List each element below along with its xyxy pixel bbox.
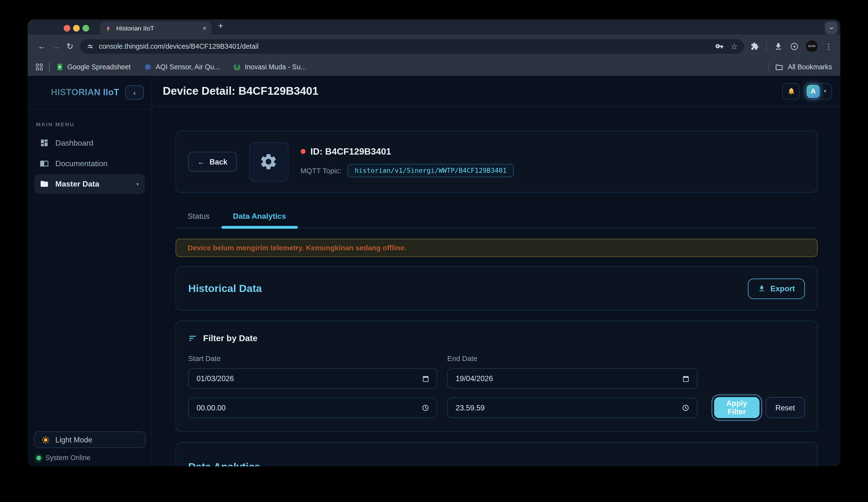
inovasi-favicon	[233, 63, 241, 71]
bookmarks-divider	[768, 62, 769, 71]
bookmark-label: Google Spreadsheet	[67, 63, 131, 71]
sidebar-item-master-data[interactable]: Master Data ▼	[34, 174, 145, 194]
folder-icon	[40, 180, 49, 188]
light-mode-toggle[interactable]: Light Mode	[34, 431, 146, 448]
back-button-label: Back	[209, 157, 227, 166]
start-time-value: 00.00.00	[196, 404, 226, 412]
bookmark-star-icon[interactable]: ☆	[731, 42, 738, 50]
new-tab-button[interactable]: +	[218, 21, 223, 31]
password-key-icon[interactable]	[715, 42, 723, 50]
sidebar-collapse-button[interactable]: ‹	[125, 85, 144, 100]
app-root: HISTORIAN IIoT ‹ MAIN MENU Dashboard	[28, 76, 840, 466]
all-bookmarks[interactable]: All Bookmarks	[762, 62, 832, 71]
device-summary-card: ← Back ID: B4CF129B3401	[176, 131, 818, 193]
filter-actions: Apply Filter Reset	[707, 355, 805, 418]
bookmark-google-spreadsheet[interactable]: Google Spreadsheet	[56, 63, 131, 71]
apps-grid-icon[interactable]	[36, 64, 43, 70]
device-info: ID: B4CF129B3401 MQTT Topic: historian/v…	[301, 146, 514, 177]
sidebar-footer: Light Mode System Online	[28, 431, 152, 467]
back-nav-icon[interactable]: ←	[38, 42, 46, 50]
light-mode-label: Light Mode	[55, 436, 93, 444]
apply-filter-button[interactable]: Apply Filter	[714, 397, 760, 418]
brand-logo-text: HISTORIAN IIoT	[51, 88, 119, 98]
sidebar-item-documentation[interactable]: Documentation	[34, 153, 145, 173]
menu-section-label: MAIN MENU	[36, 121, 145, 127]
notifications-button[interactable]	[782, 83, 800, 100]
tab-close-icon[interactable]: ×	[203, 25, 207, 31]
end-date-label: End Date	[447, 355, 698, 363]
fullscreen-window-button[interactable]	[83, 25, 89, 31]
performance-leaf-icon[interactable]	[790, 42, 799, 51]
start-date-input[interactable]: 01/03/2026	[188, 368, 437, 389]
offline-status-dot	[301, 149, 306, 154]
all-bookmarks-label: All Bookmarks	[788, 63, 832, 71]
caret-down-icon: ▼	[823, 89, 827, 93]
start-time-input[interactable]: 00.00.00	[188, 398, 437, 418]
spreadsheet-favicon	[56, 63, 63, 71]
tab-title: Historian IIoT	[116, 25, 199, 31]
sidebar-item-label: Master Data	[55, 180, 99, 188]
filter-header: Filter by Date	[188, 334, 805, 343]
site-settings-tune-icon[interactable]	[86, 42, 94, 50]
toolbar-divider	[766, 41, 766, 51]
downloads-icon[interactable]	[774, 42, 783, 51]
mqtt-topic-value[interactable]: historian/v1/Sinergi/WWTP/B4CF129B3401	[348, 164, 514, 177]
detail-tabs: Status Data Analytics	[176, 207, 818, 228]
end-column: End Date 19/04/2026 23.59.59	[447, 355, 698, 418]
calendar-icon[interactable]	[422, 375, 429, 382]
export-button-label: Export	[771, 284, 795, 293]
browser-toolbar: ← → ↻ console.thingsid.com/devices/B4CF1…	[28, 34, 840, 58]
forward-nav-icon[interactable]: →	[52, 42, 60, 50]
desktop: Historian IIoT × + ← → ↻	[0, 0, 868, 502]
end-time-input[interactable]: 23.59.59	[447, 398, 698, 418]
device-settings-tile[interactable]	[249, 142, 288, 181]
reset-button[interactable]: Reset	[766, 397, 805, 418]
address-bar[interactable]: console.thingsid.com/devices/B4CF129B340…	[80, 39, 744, 53]
system-status-label: System Online	[45, 454, 90, 462]
clock-icon[interactable]	[682, 404, 689, 412]
back-button[interactable]: ← Back	[188, 152, 237, 172]
tab-search-button[interactable]	[825, 22, 838, 34]
sidebar: HISTORIAN IIoT ‹ MAIN MENU Dashboard	[28, 76, 152, 466]
historical-data-card: Historical Data Export	[176, 266, 818, 310]
end-date-value: 19/04/2026	[456, 374, 493, 382]
user-menu-button[interactable]: A ▼	[804, 83, 832, 100]
bookmarks-divider	[49, 62, 49, 71]
dashboard-grid-icon	[40, 139, 49, 147]
clock-icon[interactable]	[422, 404, 429, 412]
browser-window: Historian IIoT × + ← → ↻	[28, 19, 840, 467]
historical-data-title: Historical Data	[188, 283, 262, 295]
chevron-down-icon	[828, 25, 834, 31]
close-window-button[interactable]	[64, 25, 70, 31]
sidebar-brand-row: HISTORIAN IIoT ‹	[28, 76, 152, 110]
mqtt-topic-row: MQTT Topic: historian/v1/Sinergi/WWTP/B4…	[301, 164, 514, 177]
tab-status[interactable]: Status	[188, 207, 210, 228]
export-button[interactable]: Export	[748, 278, 805, 299]
browser-tab[interactable]: Historian IIoT ×	[100, 22, 211, 34]
bookmark-aqi-sensor[interactable]: AQI Sensor, Air Qu...	[144, 63, 220, 71]
browser-menu-icon[interactable]: ⋮	[825, 42, 833, 51]
filter-by-date-card: Filter by Date Start Date 01/03/2026	[176, 320, 818, 432]
main-area: Device Detail: B4CF129B3401 A	[152, 76, 840, 466]
calendar-icon[interactable]	[682, 375, 689, 382]
browser-profile-avatar[interactable]: SENA	[806, 40, 818, 52]
url-text[interactable]: console.thingsid.com/devices/B4CF129B340…	[99, 42, 715, 50]
minimize-window-button[interactable]	[73, 25, 80, 31]
sun-icon	[41, 436, 50, 444]
end-time-value: 23.59.59	[456, 404, 485, 412]
folder-icon	[775, 63, 783, 71]
reload-icon[interactable]: ↻	[66, 42, 73, 50]
bookmarks-bar: Google Spreadsheet AQI Sensor, Air Qu...…	[28, 58, 840, 76]
tab-strip: Historian IIoT × +	[28, 19, 840, 34]
filter-grid: Start Date 01/03/2026 00.00.00	[188, 355, 805, 418]
extensions-puzzle-icon[interactable]	[750, 42, 758, 50]
end-date-input[interactable]: 19/04/2026	[447, 368, 698, 389]
download-icon	[757, 285, 765, 293]
bookmark-inovasi-muda[interactable]: Inovasi Muda - Su...	[233, 63, 306, 71]
mqtt-topic-label: MQTT Topic:	[301, 166, 341, 175]
sidebar-item-dashboard[interactable]: Dashboard	[34, 133, 145, 153]
back-arrow-icon: ←	[198, 157, 205, 166]
page-content: ← Back ID: B4CF129B3401	[152, 107, 840, 466]
tab-data-analytics[interactable]: Data Analytics	[233, 207, 286, 228]
sidebar-item-label: Documentation	[55, 159, 107, 168]
